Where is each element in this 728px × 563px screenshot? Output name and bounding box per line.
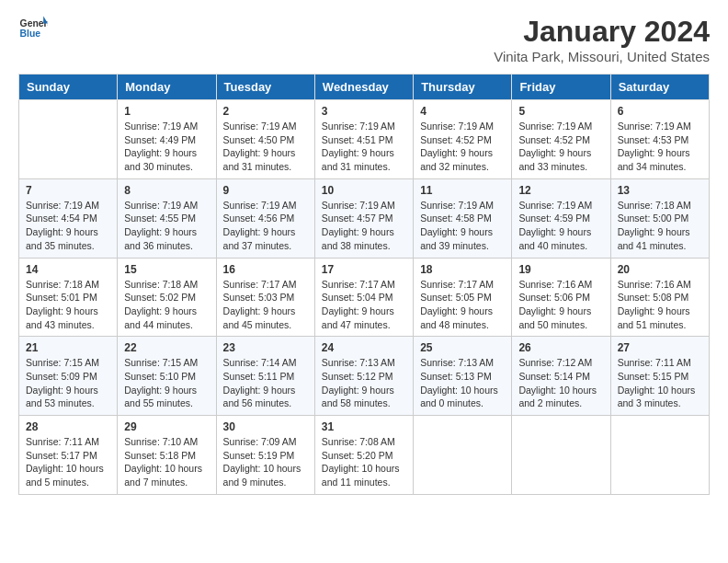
day-number: 15 xyxy=(124,263,209,276)
table-row: 17Sunrise: 7:17 AMSunset: 5:04 PMDayligh… xyxy=(314,258,413,337)
day-info: Sunrise: 7:19 AMSunset: 4:52 PMDaylight:… xyxy=(518,120,603,174)
table-row: 28Sunrise: 7:11 AMSunset: 5:17 PMDayligh… xyxy=(19,416,118,495)
table-row: 12Sunrise: 7:19 AMSunset: 4:59 PMDayligh… xyxy=(512,178,610,258)
day-number: 13 xyxy=(618,184,702,197)
day-number: 12 xyxy=(518,184,603,197)
table-row: 8Sunrise: 7:19 AMSunset: 4:55 PMDaylight… xyxy=(118,178,216,258)
calendar-week-row: 28Sunrise: 7:11 AMSunset: 5:17 PMDayligh… xyxy=(19,416,710,495)
col-sunday: Sunday xyxy=(19,75,118,100)
table-row: 18Sunrise: 7:17 AMSunset: 5:05 PMDayligh… xyxy=(414,258,512,337)
title-section: January 2024 Vinita Park, Missouri, Unit… xyxy=(494,15,710,64)
logo: General Blue xyxy=(18,15,48,40)
day-info: Sunrise: 7:09 AMSunset: 5:19 PMDaylight:… xyxy=(223,435,308,489)
day-info: Sunrise: 7:19 AMSunset: 4:54 PMDaylight:… xyxy=(26,199,110,253)
day-info: Sunrise: 7:14 AMSunset: 5:11 PMDaylight:… xyxy=(223,356,308,410)
day-number: 22 xyxy=(124,341,209,354)
table-row: 29Sunrise: 7:10 AMSunset: 5:18 PMDayligh… xyxy=(118,416,216,495)
day-number: 14 xyxy=(26,263,110,276)
day-info: Sunrise: 7:19 AMSunset: 4:52 PMDaylight:… xyxy=(420,120,505,174)
day-number: 27 xyxy=(618,341,702,354)
day-number: 21 xyxy=(26,341,110,354)
day-info: Sunrise: 7:18 AMSunset: 5:01 PMDaylight:… xyxy=(26,278,110,332)
table-row: 2Sunrise: 7:19 AMSunset: 4:50 PMDaylight… xyxy=(216,100,314,179)
day-number: 1 xyxy=(124,105,209,118)
day-number: 28 xyxy=(26,420,110,433)
day-info: Sunrise: 7:18 AMSunset: 5:00 PMDaylight:… xyxy=(618,199,702,253)
table-row: 14Sunrise: 7:18 AMSunset: 5:01 PMDayligh… xyxy=(19,258,118,337)
table-row: 7Sunrise: 7:19 AMSunset: 4:54 PMDaylight… xyxy=(19,178,118,258)
table-row: 9Sunrise: 7:19 AMSunset: 4:56 PMDaylight… xyxy=(216,178,314,258)
table-row: 11Sunrise: 7:19 AMSunset: 4:58 PMDayligh… xyxy=(414,178,512,258)
svg-text:Blue: Blue xyxy=(20,29,41,39)
calendar-week-row: 21Sunrise: 7:15 AMSunset: 5:09 PMDayligh… xyxy=(19,337,710,416)
table-row: 21Sunrise: 7:15 AMSunset: 5:09 PMDayligh… xyxy=(19,337,118,416)
table-row xyxy=(512,416,610,495)
day-info: Sunrise: 7:13 AMSunset: 5:12 PMDaylight:… xyxy=(322,356,406,410)
table-row: 30Sunrise: 7:09 AMSunset: 5:19 PMDayligh… xyxy=(216,416,314,495)
day-info: Sunrise: 7:17 AMSunset: 5:04 PMDaylight:… xyxy=(322,278,406,332)
day-number: 2 xyxy=(223,105,308,118)
day-number: 8 xyxy=(124,184,209,197)
day-number: 25 xyxy=(420,341,505,354)
day-info: Sunrise: 7:19 AMSunset: 4:53 PMDaylight:… xyxy=(618,120,702,174)
day-number: 19 xyxy=(518,263,603,276)
table-row: 3Sunrise: 7:19 AMSunset: 4:51 PMDaylight… xyxy=(314,100,413,179)
col-friday: Friday xyxy=(512,75,610,100)
day-number: 23 xyxy=(223,341,308,354)
day-info: Sunrise: 7:17 AMSunset: 5:05 PMDaylight:… xyxy=(420,278,505,332)
day-number: 10 xyxy=(322,184,406,197)
day-number: 30 xyxy=(223,420,308,433)
table-row: 5Sunrise: 7:19 AMSunset: 4:52 PMDaylight… xyxy=(512,100,610,179)
calendar-week-row: 7Sunrise: 7:19 AMSunset: 4:54 PMDaylight… xyxy=(19,178,710,258)
day-info: Sunrise: 7:19 AMSunset: 4:57 PMDaylight:… xyxy=(322,199,406,253)
day-number: 4 xyxy=(420,105,505,118)
day-info: Sunrise: 7:19 AMSunset: 4:55 PMDaylight:… xyxy=(124,199,209,253)
table-row: 31Sunrise: 7:08 AMSunset: 5:20 PMDayligh… xyxy=(314,416,413,495)
table-row: 10Sunrise: 7:19 AMSunset: 4:57 PMDayligh… xyxy=(314,178,413,258)
day-number: 24 xyxy=(322,341,406,354)
day-info: Sunrise: 7:19 AMSunset: 4:50 PMDaylight:… xyxy=(223,120,308,174)
day-number: 26 xyxy=(518,341,603,354)
page-subtitle: Vinita Park, Missouri, United States xyxy=(494,49,710,64)
table-row: 13Sunrise: 7:18 AMSunset: 5:00 PMDayligh… xyxy=(610,178,709,258)
day-info: Sunrise: 7:18 AMSunset: 5:02 PMDaylight:… xyxy=(124,278,209,332)
page-header: General Blue January 2024 Vinita Park, M… xyxy=(18,15,710,64)
day-info: Sunrise: 7:13 AMSunset: 5:13 PMDaylight:… xyxy=(420,356,505,410)
day-info: Sunrise: 7:19 AMSunset: 4:59 PMDaylight:… xyxy=(518,199,603,253)
day-number: 20 xyxy=(618,263,702,276)
day-info: Sunrise: 7:12 AMSunset: 5:14 PMDaylight:… xyxy=(518,356,603,410)
col-thursday: Thursday xyxy=(414,75,512,100)
day-number: 5 xyxy=(518,105,603,118)
day-info: Sunrise: 7:11 AMSunset: 5:17 PMDaylight:… xyxy=(26,435,110,489)
calendar-table: Sunday Monday Tuesday Wednesday Thursday… xyxy=(18,74,710,495)
day-info: Sunrise: 7:16 AMSunset: 5:08 PMDaylight:… xyxy=(618,278,702,332)
day-number: 6 xyxy=(618,105,702,118)
table-row xyxy=(19,100,118,179)
table-row: 15Sunrise: 7:18 AMSunset: 5:02 PMDayligh… xyxy=(118,258,216,337)
day-number: 16 xyxy=(223,263,308,276)
table-row: 23Sunrise: 7:14 AMSunset: 5:11 PMDayligh… xyxy=(216,337,314,416)
table-row xyxy=(610,416,709,495)
table-row: 27Sunrise: 7:11 AMSunset: 5:15 PMDayligh… xyxy=(610,337,709,416)
logo-icon: General Blue xyxy=(18,15,48,40)
col-saturday: Saturday xyxy=(610,75,709,100)
day-number: 31 xyxy=(322,420,406,433)
day-info: Sunrise: 7:08 AMSunset: 5:20 PMDaylight:… xyxy=(322,435,406,489)
page-title: January 2024 xyxy=(494,15,710,49)
day-info: Sunrise: 7:19 AMSunset: 4:56 PMDaylight:… xyxy=(223,199,308,253)
day-info: Sunrise: 7:19 AMSunset: 4:49 PMDaylight:… xyxy=(124,120,209,174)
table-row xyxy=(414,416,512,495)
calendar-week-row: 14Sunrise: 7:18 AMSunset: 5:01 PMDayligh… xyxy=(19,258,710,337)
day-number: 29 xyxy=(124,420,209,433)
day-info: Sunrise: 7:17 AMSunset: 5:03 PMDaylight:… xyxy=(223,278,308,332)
day-number: 17 xyxy=(322,263,406,276)
table-row: 24Sunrise: 7:13 AMSunset: 5:12 PMDayligh… xyxy=(314,337,413,416)
table-row: 6Sunrise: 7:19 AMSunset: 4:53 PMDaylight… xyxy=(610,100,709,179)
day-number: 9 xyxy=(223,184,308,197)
day-info: Sunrise: 7:19 AMSunset: 4:58 PMDaylight:… xyxy=(420,199,505,253)
table-row: 25Sunrise: 7:13 AMSunset: 5:13 PMDayligh… xyxy=(414,337,512,416)
day-info: Sunrise: 7:10 AMSunset: 5:18 PMDaylight:… xyxy=(124,435,209,489)
day-info: Sunrise: 7:15 AMSunset: 5:09 PMDaylight:… xyxy=(26,356,110,410)
day-number: 3 xyxy=(322,105,406,118)
table-row: 16Sunrise: 7:17 AMSunset: 5:03 PMDayligh… xyxy=(216,258,314,337)
